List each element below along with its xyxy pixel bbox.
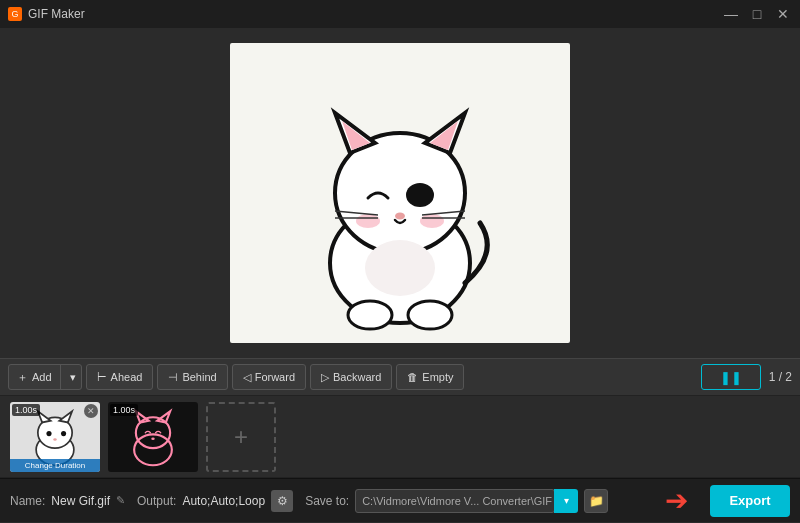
add-main-button[interactable]: ＋ Add (9, 364, 61, 390)
pagination-control: ❚❚ 1 / 2 (701, 364, 792, 390)
behind-icon: ⊣ (168, 371, 178, 384)
svg-point-7 (395, 213, 405, 220)
window-controls: — □ ✕ (722, 5, 792, 23)
svg-point-15 (408, 301, 452, 329)
name-label: Name: (10, 494, 45, 508)
filmstrip-area: 1.00s ✕ Change Duration 1.00s + (0, 396, 800, 478)
name-section: Name: New Gif.gif ✎ (10, 494, 125, 508)
title-bar: G GIF Maker — □ ✕ (0, 0, 800, 28)
browse-folder-button[interactable]: 📁 (584, 489, 608, 513)
edit-name-icon[interactable]: ✎ (116, 494, 125, 507)
save-section: Save to: C:\Vidmore\Vidmore V... Convert… (305, 489, 608, 513)
svg-point-6 (406, 183, 434, 207)
save-path-dropdown[interactable]: ▾ (554, 489, 578, 513)
add-dropdown-arrow[interactable]: ▾ (65, 364, 81, 390)
svg-point-22 (61, 431, 66, 436)
backward-button[interactable]: ▷ Backward (310, 364, 392, 390)
save-label: Save to: (305, 494, 349, 508)
name-value: New Gif.gif (51, 494, 110, 508)
pause-button[interactable]: ❚❚ (701, 364, 761, 390)
trash-icon: 🗑 (407, 371, 418, 383)
empty-button[interactable]: 🗑 Empty (396, 364, 464, 390)
backward-icon: ▷ (321, 371, 329, 384)
frame-1-cat (20, 407, 90, 467)
frame-2-cat (118, 407, 188, 467)
title-bar-left: G GIF Maker (8, 7, 85, 21)
ahead-button[interactable]: ⊢ Ahead (86, 364, 154, 390)
page-number: 1 / 2 (769, 370, 792, 384)
svg-point-16 (365, 240, 435, 296)
minimize-button[interactable]: — (722, 5, 740, 23)
film-frame-2[interactable]: 1.00s (108, 402, 198, 472)
ahead-icon: ⊢ (97, 371, 107, 384)
preview-image (230, 43, 570, 343)
maximize-button[interactable]: □ (748, 5, 766, 23)
svg-marker-20 (59, 411, 72, 422)
chevron-down-icon: ▾ (70, 371, 76, 384)
svg-point-28 (151, 437, 154, 440)
cat-illustration (260, 53, 540, 333)
forward-button[interactable]: ◁ Forward (232, 364, 306, 390)
frame-1-close[interactable]: ✕ (84, 404, 98, 418)
export-arrow-icon: ➔ (665, 487, 688, 515)
output-section: Output: Auto;Auto;Loop ⚙ (137, 490, 293, 512)
pause-icon: ❚❚ (720, 370, 742, 385)
arrow-container: ➔ (620, 487, 698, 515)
svg-point-8 (356, 214, 380, 228)
plus-icon: ＋ (17, 370, 28, 385)
frame-2-duration: 1.00s (110, 404, 138, 416)
frame-1-duration: 1.00s (12, 404, 40, 416)
app-icon: G (8, 7, 22, 21)
preview-area (0, 28, 800, 358)
window-title: GIF Maker (28, 7, 85, 21)
save-path: C:\Vidmore\Vidmore V... Converter\GIF Ma… (355, 489, 555, 513)
output-value: Auto;Auto;Loop (182, 494, 265, 508)
behind-button[interactable]: ⊣ Behind (157, 364, 227, 390)
svg-point-9 (420, 214, 444, 228)
close-button[interactable]: ✕ (774, 5, 792, 23)
add-frame-icon: + (234, 423, 248, 451)
forward-icon: ◁ (243, 371, 251, 384)
svg-point-14 (348, 301, 392, 329)
output-settings-button[interactable]: ⚙ (271, 490, 293, 512)
svg-point-23 (53, 438, 56, 441)
bottom-bar: Name: New Gif.gif ✎ Output: Auto;Auto;Lo… (0, 478, 800, 522)
frame-1-label[interactable]: Change Duration (10, 459, 100, 472)
film-frame-1[interactable]: 1.00s ✕ Change Duration (10, 402, 100, 472)
output-label: Output: (137, 494, 176, 508)
toolbar-strip: ＋ Add ▾ ⊢ Ahead ⊣ Behind ◁ Forward ▷ Bac… (0, 358, 800, 396)
svg-point-21 (46, 431, 51, 436)
add-button-group[interactable]: ＋ Add ▾ (8, 364, 82, 390)
export-button[interactable]: Export (710, 485, 790, 517)
add-frame-button[interactable]: + (206, 402, 276, 472)
